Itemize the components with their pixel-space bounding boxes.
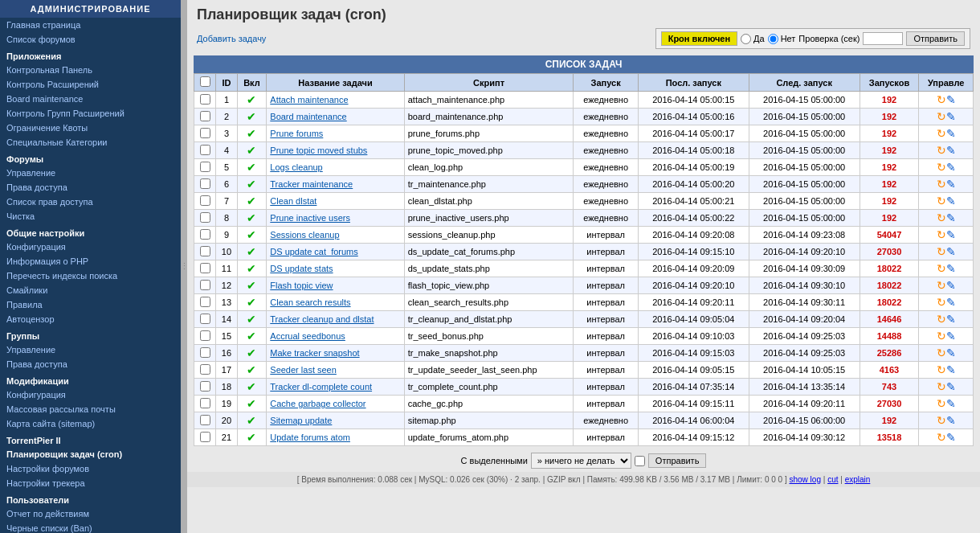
- row-checkbox[interactable]: [200, 280, 210, 290]
- edit-icon[interactable]: ✎: [946, 228, 956, 241]
- verify-input[interactable]: 180: [863, 32, 903, 45]
- row-checkbox[interactable]: [200, 415, 210, 425]
- refresh-icon[interactable]: ↻: [937, 127, 946, 140]
- sidebar-item[interactable]: Настройки форумов: [0, 461, 181, 476]
- task-name-link[interactable]: Sessions cleanup: [270, 230, 339, 240]
- row-checkbox[interactable]: [200, 212, 210, 223]
- refresh-icon[interactable]: ↻: [937, 93, 946, 106]
- sidebar-item[interactable]: Главная страница: [0, 18, 181, 32]
- refresh-icon[interactable]: ↻: [937, 346, 946, 359]
- task-name-link[interactable]: Prune topic moved stubs: [270, 146, 367, 155]
- refresh-icon[interactable]: ↻: [937, 262, 946, 275]
- row-checkbox[interactable]: [200, 128, 210, 138]
- edit-icon[interactable]: ✎: [946, 431, 956, 444]
- add-task-link[interactable]: Добавить задачу: [197, 34, 266, 43]
- row-checkbox[interactable]: [200, 398, 210, 408]
- sidebar-item[interactable]: Контроль Расширений: [0, 77, 181, 92]
- task-name-link[interactable]: Attach maintenance: [270, 95, 348, 105]
- row-checkbox[interactable]: [200, 432, 210, 442]
- task-name-link[interactable]: Update forums atom: [270, 433, 350, 442]
- row-checkbox[interactable]: [200, 347, 210, 358]
- task-name-link[interactable]: Sitemap update: [270, 416, 332, 425]
- sidebar-item[interactable]: Конфигурация: [0, 240, 181, 254]
- explain-link[interactable]: explain: [845, 475, 871, 484]
- edit-icon[interactable]: ✎: [946, 313, 956, 326]
- header-checkbox[interactable]: [200, 76, 210, 87]
- edit-icon[interactable]: ✎: [946, 178, 956, 191]
- sidebar-item[interactable]: Список форумов: [0, 32, 181, 47]
- sidebar-item[interactable]: Отчет по действиям: [0, 506, 181, 521]
- sidebar-item[interactable]: Черные списки (Ban): [0, 521, 181, 533]
- sidebar-item[interactable]: Список прав доступа: [0, 195, 181, 209]
- edit-icon[interactable]: ✎: [946, 245, 956, 258]
- edit-icon[interactable]: ✎: [946, 363, 956, 376]
- sidebar-item[interactable]: Чистка: [0, 209, 181, 223]
- row-checkbox[interactable]: [200, 111, 210, 121]
- row-checkbox[interactable]: [200, 229, 210, 240]
- refresh-icon[interactable]: ↻: [937, 431, 946, 444]
- refresh-icon[interactable]: ↻: [937, 380, 946, 393]
- cut-link[interactable]: cut: [827, 475, 838, 484]
- task-name-link[interactable]: Flash topic view: [270, 281, 333, 290]
- edit-icon[interactable]: ✎: [946, 93, 956, 106]
- refresh-icon[interactable]: ↻: [937, 161, 946, 174]
- sidebar-item[interactable]: Перечесть индексы поиска: [0, 269, 181, 283]
- row-checkbox[interactable]: [200, 297, 210, 307]
- edit-icon[interactable]: ✎: [946, 296, 956, 309]
- task-name-link[interactable]: Accrual seedbonus: [270, 331, 345, 341]
- refresh-icon[interactable]: ↻: [937, 279, 946, 292]
- send-button[interactable]: Отправить: [906, 31, 965, 46]
- task-name-link[interactable]: Seeder last seen: [270, 365, 337, 375]
- task-name-link[interactable]: Tracker dl-complete count: [270, 382, 372, 392]
- edit-icon[interactable]: ✎: [946, 211, 956, 224]
- task-name-link[interactable]: Tracker maintenance: [270, 179, 353, 189]
- task-name-link[interactable]: Prune inactive users: [270, 213, 350, 223]
- refresh-icon[interactable]: ↻: [937, 414, 946, 427]
- sidebar-item[interactable]: Ограничение Квоты: [0, 121, 181, 135]
- show-log-link[interactable]: show log: [790, 475, 821, 484]
- edit-icon[interactable]: ✎: [946, 346, 956, 359]
- refresh-icon[interactable]: ↻: [937, 313, 946, 326]
- row-checkbox[interactable]: [200, 263, 210, 273]
- sidebar-item[interactable]: Контрольная Панель: [0, 63, 181, 77]
- edit-icon[interactable]: ✎: [946, 110, 956, 123]
- row-checkbox[interactable]: [200, 145, 210, 155]
- yes-radio[interactable]: [741, 34, 751, 44]
- refresh-icon[interactable]: ↻: [937, 144, 946, 157]
- cron-enabled-button[interactable]: Крон включен: [661, 31, 737, 46]
- sidebar-item[interactable]: Планировщик задач (cron): [0, 447, 181, 461]
- task-name-link[interactable]: Logs cleanup: [270, 162, 322, 172]
- sidebar-item[interactable]: Настройки трекера: [0, 476, 181, 490]
- edit-icon[interactable]: ✎: [946, 380, 956, 393]
- row-checkbox[interactable]: [200, 246, 210, 256]
- sidebar-item[interactable]: Контроль Групп Расширений: [0, 106, 181, 121]
- task-name-link[interactable]: Clean dlstat: [270, 196, 316, 206]
- sidebar-item[interactable]: Права доступа: [0, 180, 181, 195]
- edit-icon[interactable]: ✎: [946, 414, 956, 427]
- edit-icon[interactable]: ✎: [946, 279, 956, 292]
- task-name-link[interactable]: Clean search results: [270, 297, 350, 307]
- edit-icon[interactable]: ✎: [946, 330, 956, 342]
- sidebar-item[interactable]: Карта сайта (sitemap): [0, 416, 181, 431]
- refresh-icon[interactable]: ↻: [937, 296, 946, 309]
- sidebar-item[interactable]: Массовая рассылка почты: [0, 402, 181, 416]
- sidebar-item[interactable]: Управление: [0, 342, 181, 357]
- row-checkbox[interactable]: [200, 314, 210, 324]
- row-checkbox[interactable]: [200, 94, 210, 105]
- refresh-icon[interactable]: ↻: [937, 245, 946, 258]
- edit-icon[interactable]: ✎: [946, 161, 956, 174]
- sidebar-item[interactable]: Правила: [0, 297, 181, 312]
- task-name-link[interactable]: DS update cat_forums: [270, 247, 357, 256]
- sidebar-item[interactable]: Права доступа: [0, 357, 181, 371]
- resize-handle[interactable]: ⋮: [181, 0, 187, 533]
- sidebar-item[interactable]: Информация о PHP: [0, 254, 181, 269]
- refresh-icon[interactable]: ↻: [937, 397, 946, 410]
- row-checkbox[interactable]: [200, 330, 210, 341]
- sidebar-item[interactable]: Смайлики: [0, 283, 181, 297]
- task-name-link[interactable]: Prune forums: [270, 129, 323, 138]
- refresh-icon[interactable]: ↻: [937, 178, 946, 191]
- task-name-link[interactable]: Tracker cleanup and dlstat: [270, 314, 374, 324]
- task-name-link[interactable]: DS update stats: [270, 264, 333, 273]
- refresh-icon[interactable]: ↻: [937, 330, 946, 342]
- edit-icon[interactable]: ✎: [946, 195, 956, 207]
